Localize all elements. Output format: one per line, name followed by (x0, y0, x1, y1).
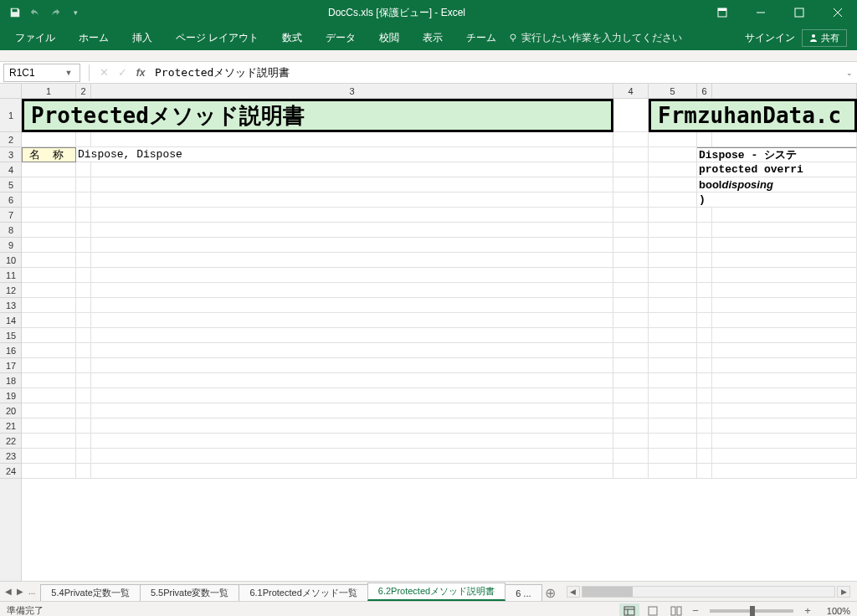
code-cell[interactable]: bool disposing (697, 177, 857, 192)
cell[interactable] (91, 358, 613, 373)
sheet-tab[interactable]: 5.5Private変数一覧 (140, 584, 240, 601)
cell[interactable] (649, 208, 697, 223)
cell[interactable] (22, 434, 76, 449)
tab-insert[interactable]: 挿入 (121, 26, 164, 50)
normal-view-icon[interactable] (619, 603, 639, 617)
cell[interactable] (22, 343, 76, 358)
row-header[interactable]: 4 (0, 162, 22, 177)
zoom-out-icon[interactable]: − (690, 604, 701, 616)
row-header[interactable]: 1 (0, 99, 22, 132)
cell[interactable] (712, 223, 857, 238)
cell[interactable] (649, 238, 697, 253)
col-header[interactable]: 6 (697, 84, 712, 98)
expand-formula-bar-icon[interactable]: ⌄ (842, 69, 857, 77)
zoom-in-icon[interactable]: + (802, 604, 813, 616)
row-header[interactable]: 8 (0, 223, 22, 238)
cell[interactable] (712, 298, 857, 313)
cell[interactable] (91, 268, 613, 283)
enter-formula-icon[interactable]: ✓ (113, 66, 131, 79)
cell[interactable] (91, 343, 613, 358)
cell[interactable] (613, 223, 649, 238)
cell[interactable] (76, 449, 91, 464)
cell[interactable] (697, 418, 712, 434)
page-break-view-icon[interactable] (666, 603, 686, 617)
cell[interactable] (613, 162, 649, 177)
cell[interactable] (76, 223, 91, 238)
cell[interactable] (649, 268, 697, 283)
cell[interactable] (76, 177, 91, 192)
cell[interactable] (613, 449, 649, 464)
row-header[interactable]: 9 (0, 238, 22, 253)
cell[interactable] (22, 177, 76, 192)
cell[interactable] (76, 313, 91, 328)
new-sheet-icon[interactable]: ⊕ (541, 585, 560, 601)
row-header[interactable]: 7 (0, 208, 22, 223)
cell[interactable] (76, 283, 91, 298)
cell[interactable] (22, 192, 76, 208)
row-header[interactable]: 10 (0, 253, 22, 268)
cell[interactable] (91, 208, 613, 223)
cell[interactable] (76, 403, 91, 418)
save-icon[interactable] (7, 4, 23, 21)
cell[interactable] (649, 132, 697, 147)
qat-customize-icon[interactable]: ▾ (67, 4, 84, 21)
cell[interactable] (697, 343, 712, 358)
cell[interactable] (697, 313, 712, 328)
cell[interactable] (22, 283, 76, 298)
cell[interactable] (712, 313, 857, 328)
cell[interactable] (91, 253, 613, 268)
cell[interactable] (91, 283, 613, 298)
cell[interactable] (76, 192, 91, 208)
chevron-down-icon[interactable]: ▼ (63, 69, 74, 77)
cell[interactable] (712, 343, 857, 358)
row-header[interactable]: 12 (0, 283, 22, 298)
cell[interactable] (613, 388, 649, 403)
cell[interactable] (697, 464, 712, 479)
code-cell[interactable]: protected overri (697, 162, 857, 177)
cell[interactable] (76, 388, 91, 403)
row-header[interactable]: 17 (0, 358, 22, 373)
row-header[interactable]: 21 (0, 418, 22, 434)
sheet-nav-ellipsis[interactable]: ... (28, 587, 35, 596)
cell[interactable] (649, 162, 697, 177)
cell[interactable] (613, 343, 649, 358)
cell[interactable] (649, 147, 697, 162)
cell[interactable] (613, 253, 649, 268)
cell[interactable] (22, 298, 76, 313)
cell[interactable] (649, 253, 697, 268)
hscroll-track[interactable] (582, 586, 836, 598)
cell[interactable] (91, 418, 613, 434)
name-label-cell[interactable]: 名 称 (22, 147, 76, 162)
cell[interactable] (613, 192, 649, 208)
maximize-icon[interactable] (780, 0, 819, 25)
cell[interactable] (76, 328, 91, 343)
cell[interactable] (697, 449, 712, 464)
cell[interactable] (91, 434, 613, 449)
row-header[interactable]: 6 (0, 192, 22, 208)
cell[interactable] (697, 283, 712, 298)
row-header[interactable]: 19 (0, 388, 22, 403)
ribbon-display-icon[interactable] (703, 0, 742, 25)
tab-file[interactable]: ファイル (3, 26, 67, 50)
row-header[interactable]: 3 (0, 147, 22, 162)
tab-data[interactable]: データ (314, 26, 367, 50)
cell[interactable] (22, 268, 76, 283)
cell[interactable] (91, 192, 613, 208)
document-title-cell[interactable]: Protectedメソッド説明書 (22, 99, 613, 132)
cell[interactable] (22, 238, 76, 253)
row-header[interactable]: 14 (0, 313, 22, 328)
zoom-slider[interactable] (710, 609, 793, 613)
cell[interactable] (22, 373, 76, 388)
cell[interactable] (712, 283, 857, 298)
row-header[interactable]: 24 (0, 464, 22, 479)
cell[interactable] (76, 298, 91, 313)
cell[interactable] (613, 328, 649, 343)
cell[interactable] (613, 99, 649, 132)
cell[interactable] (91, 464, 613, 479)
cell[interactable] (22, 328, 76, 343)
cell[interactable] (91, 162, 613, 177)
cell[interactable] (649, 434, 697, 449)
cell[interactable] (613, 268, 649, 283)
cell[interactable] (22, 132, 76, 147)
tab-team[interactable]: チーム (454, 26, 508, 50)
